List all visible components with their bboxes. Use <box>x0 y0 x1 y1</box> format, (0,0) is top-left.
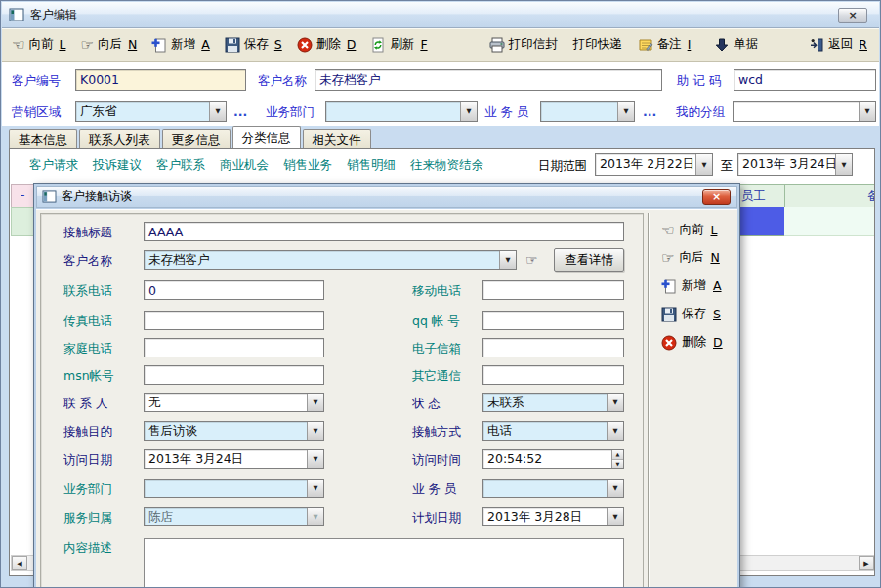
fax-phone-input[interactable] <box>144 311 324 330</box>
salesman-combo[interactable] <box>540 101 635 122</box>
tab-related-files[interactable]: 相关文件 <box>303 129 371 148</box>
dialog-body: 接触标题 AAAA 客户名称 未存档客户 ☞ 查看详情 联系电话 0 移动电话 … <box>36 209 737 588</box>
mnemonic-code-input[interactable]: wcd <box>734 69 876 91</box>
remark-button[interactable]: 备注I <box>638 36 692 53</box>
dropdown-arrow-icon[interactable] <box>307 394 323 411</box>
qq-account-input[interactable] <box>482 311 624 330</box>
printer-icon <box>489 37 505 53</box>
customer-name-input[interactable]: 未存档客户 <box>315 69 662 91</box>
msn-account-label: msn帐号 <box>63 368 114 385</box>
mnemonic-code-label: 助 记 码 <box>677 73 721 90</box>
region-more-button[interactable]: ... <box>233 105 247 119</box>
contact-purpose-combo[interactable]: 售后访谈 <box>144 421 324 441</box>
spin-up-icon <box>612 450 623 460</box>
refresh-button[interactable]: 刷新F <box>370 36 427 53</box>
dropdown-arrow-icon[interactable] <box>460 102 477 121</box>
grid-selected-cell[interactable] <box>738 207 785 236</box>
contact-person-label: 联 系 人 <box>63 396 107 412</box>
h-scrollbar-right[interactable]: ▶ <box>738 555 875 571</box>
plan-date-label: 计划日期 <box>412 510 461 526</box>
grid-column-remark[interactable]: 备 <box>784 184 875 208</box>
home-phone-input[interactable] <box>144 338 324 357</box>
home-phone-label: 家庭电话 <box>63 341 112 357</box>
dialog-salesman-label: 业 务 员 <box>412 482 456 498</box>
description-textarea[interactable] <box>144 538 624 588</box>
subtab-customer-contact[interactable]: 客户联系 <box>156 157 205 174</box>
plan-date-combo[interactable]: 2013年 3月28日 <box>482 507 624 526</box>
contact-person-combo[interactable]: 无 <box>144 393 324 412</box>
dialog-next-button[interactable]: ☞向后N <box>661 249 720 266</box>
dropdown-arrow-icon[interactable] <box>499 251 516 269</box>
contact-method-combo[interactable]: 电话 <box>482 421 624 441</box>
next-button[interactable]: ☞向后N <box>80 36 137 53</box>
documents-button[interactable]: 单据 <box>714 36 758 53</box>
view-detail-button[interactable]: 查看详情 <box>554 248 624 272</box>
subtab-sales-detail[interactable]: 销售明细 <box>347 157 396 174</box>
dialog-save-button[interactable]: 保存S <box>661 306 721 322</box>
dropdown-arrow-icon[interactable] <box>307 450 323 468</box>
dialog-customer-name-combo[interactable]: 未存档客户 <box>144 250 517 270</box>
date-from-combo[interactable]: 2013年 2月22日 <box>595 153 713 176</box>
dialog-department-combo[interactable] <box>144 479 324 498</box>
delete-button[interactable]: 删除D <box>297 36 357 53</box>
subtab-sales-business[interactable]: 销售业务 <box>283 157 332 174</box>
dropdown-arrow-icon[interactable] <box>617 102 634 121</box>
print-express-button[interactable]: 打印快递 <box>573 36 622 53</box>
grid-column-employee[interactable]: 员工 <box>738 184 785 208</box>
dialog-customer-name-label: 客户名称 <box>63 253 112 270</box>
other-contact-input[interactable] <box>482 365 624 385</box>
visit-date-combo[interactable]: 2013年 3月24日 <box>144 449 324 469</box>
tab-contact-list[interactable]: 联系人列表 <box>79 129 160 148</box>
dialog-delete-button[interactable]: 删除D <box>661 334 723 351</box>
dropdown-arrow-icon[interactable] <box>607 508 623 525</box>
customer-no-input[interactable]: K0001 <box>75 69 246 91</box>
dropdown-arrow-icon[interactable] <box>307 480 323 497</box>
grid-collapse-header[interactable]: - <box>11 184 34 208</box>
print-envelope-button[interactable]: 打印信封 <box>489 36 558 53</box>
dialog-salesman-combo[interactable] <box>482 479 624 498</box>
customer-edit-window: 客户编辑 × ☜向前L ☞向后N 新增A 保存S 删除D 刷新F 打印信封 打印… <box>0 0 881 588</box>
subtab-customer-request[interactable]: 客户请求 <box>29 157 78 174</box>
contact-interview-dialog: 客户接触访谈 × 接触标题 AAAA 客户名称 未存档客户 ☞ 查看详情 联系电… <box>33 183 740 588</box>
grid-cell[interactable] <box>784 207 875 236</box>
prev-button[interactable]: ☜向前L <box>12 36 65 53</box>
department-combo[interactable] <box>325 101 478 122</box>
dropdown-arrow-icon[interactable] <box>607 394 623 411</box>
subtab-complaint[interactable]: 投诉建议 <box>93 157 142 174</box>
my-group-combo[interactable] <box>733 101 876 122</box>
msn-account-input[interactable] <box>144 365 324 385</box>
contact-phone-input[interactable]: 0 <box>144 280 324 300</box>
tab-basic-info[interactable]: 基本信息 <box>9 129 77 148</box>
date-to-combo[interactable]: 2013年 3月24日 <box>737 153 853 176</box>
salesman-more-button[interactable]: ... <box>643 105 656 119</box>
status-combo[interactable]: 未联系 <box>482 393 624 412</box>
scroll-right-icon[interactable]: ▶ <box>859 556 874 570</box>
spinner-buttons[interactable] <box>611 450 623 468</box>
dropdown-arrow-icon[interactable] <box>695 154 712 175</box>
dropdown-arrow-icon[interactable] <box>859 102 875 121</box>
window-close-button[interactable]: × <box>838 8 867 23</box>
scroll-left-icon[interactable]: ◀ <box>12 556 27 570</box>
visit-time-spinner[interactable]: 20:54:52 <box>482 449 624 469</box>
toolbar-right-group: 打印信封 打印快递 备注I 单据 返回R <box>474 36 869 53</box>
return-button[interactable]: 返回R <box>809 36 867 53</box>
region-combo[interactable]: 广东省 <box>75 101 227 122</box>
mobile-phone-input[interactable] <box>482 280 624 300</box>
tab-category-info[interactable]: 分类信息 <box>232 126 301 148</box>
dropdown-arrow-icon[interactable] <box>307 422 323 440</box>
dialog-prev-button[interactable]: ☜向前L <box>661 222 717 238</box>
dialog-close-button[interactable]: × <box>702 189 731 205</box>
subtab-business-opportunity[interactable]: 商业机会 <box>220 157 269 174</box>
contact-title-input[interactable]: AAAA <box>144 222 624 241</box>
dropdown-arrow-icon[interactable] <box>209 102 226 121</box>
dropdown-arrow-icon[interactable] <box>607 480 623 497</box>
save-button[interactable]: 保存S <box>225 36 282 53</box>
tab-more-info[interactable]: 更多信息 <box>162 129 231 148</box>
add-button[interactable]: 新增A <box>151 36 210 53</box>
subtab-material-balance[interactable]: 往来物资结余 <box>410 157 483 174</box>
h-scrollbar-left[interactable]: ◀ <box>11 555 34 571</box>
email-input[interactable] <box>482 338 624 357</box>
dropdown-arrow-icon[interactable] <box>835 154 852 175</box>
dialog-add-button[interactable]: 新增A <box>661 277 722 294</box>
dropdown-arrow-icon[interactable] <box>607 422 623 440</box>
